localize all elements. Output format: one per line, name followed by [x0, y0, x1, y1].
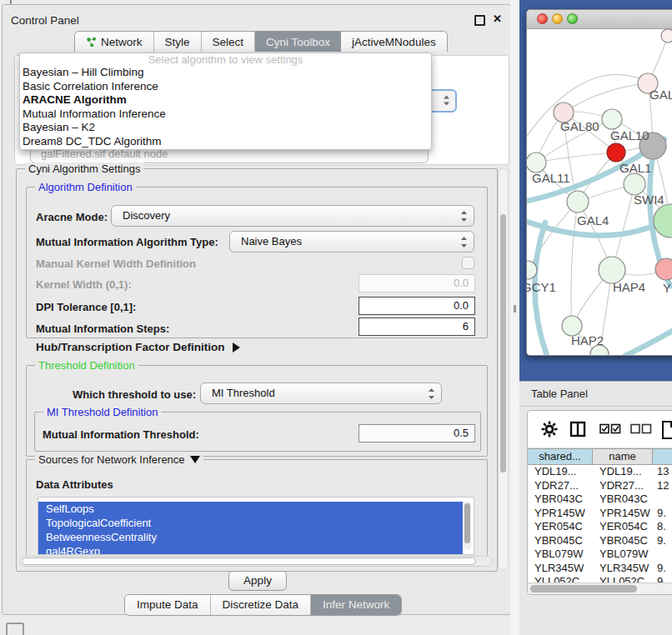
- list-vertical-scrollbar[interactable]: [464, 502, 471, 550]
- table-row[interactable]: YLR345WYLR345W9.: [528, 562, 672, 576]
- minimize-traffic-light-icon[interactable]: [552, 13, 563, 24]
- dropdown-item[interactable]: Bayesian – Hill Climbing: [20, 66, 431, 80]
- hub-tf-disclosure[interactable]: Hub/Transcription Factor Definition: [36, 341, 240, 353]
- cell[interactable]: YER054C: [593, 520, 653, 534]
- panel-splitter[interactable]: [510, 0, 519, 635]
- table-horizontal-scrollbar[interactable]: [528, 582, 672, 594]
- cell[interactable]: YPR145W: [593, 507, 653, 521]
- network-node[interactable]: [661, 29, 672, 42]
- table-row[interactable]: YBL079WYBL079W: [528, 548, 672, 562]
- cell[interactable]: YLR345W: [593, 562, 653, 576]
- scrollbar-thumb[interactable]: [530, 585, 637, 592]
- cell[interactable]: 12: [653, 479, 672, 493]
- settings-vertical-scrollbar[interactable]: [498, 168, 509, 570]
- dropdown-item[interactable]: Bayesian – K2: [20, 121, 431, 135]
- table-row[interactable]: YBR043CYBR043C: [528, 492, 672, 507]
- tab-discretize-data[interactable]: Discretize Data: [211, 595, 312, 615]
- splitter-handle-icon[interactable]: [514, 305, 516, 312]
- network-canvas[interactable]: GAL GAL80 GAL10 GAL1 GAL11 SWI4 GAL4 GCY…: [527, 29, 672, 355]
- tab-infer-network[interactable]: Infer Network: [311, 595, 401, 615]
- network-node[interactable]: [602, 109, 622, 129]
- tab-select[interactable]: Select: [202, 32, 256, 52]
- scrollbar-thumb[interactable]: [500, 214, 506, 472]
- cell[interactable]: YDR27...: [593, 479, 653, 493]
- network-node[interactable]: [527, 152, 546, 172]
- apply-button[interactable]: Apply: [228, 571, 287, 591]
- cell[interactable]: YLR345W: [528, 562, 593, 576]
- tab-jactivemnodules[interactable]: jActiveMNodules: [341, 32, 447, 52]
- tab-style[interactable]: Style: [154, 32, 202, 52]
- which-threshold-combobox[interactable]: MI Threshold: [200, 382, 442, 404]
- dpi-tolerance-field[interactable]: 0.0: [359, 297, 475, 315]
- deselect-all-checkboxes-icon[interactable]: [630, 423, 652, 434]
- settings-gear-icon[interactable]: [541, 421, 558, 438]
- attribute-item-selected[interactable]: SelfLoops: [38, 502, 463, 516]
- cell[interactable]: YBR043C: [528, 492, 593, 507]
- cell[interactable]: [653, 548, 672, 562]
- cell[interactable]: 13: [653, 465, 672, 479]
- file-icon[interactable]: [661, 421, 672, 439]
- cell[interactable]: YBR043C: [593, 492, 653, 507]
- sources-disclosure[interactable]: Sources for Network Inference: [35, 453, 203, 466]
- tab-cyni-toolbox[interactable]: Cyni Toolbox: [255, 32, 341, 52]
- cell[interactable]: YPR145W: [528, 507, 593, 521]
- cell[interactable]: 9.: [653, 507, 672, 521]
- cell[interactable]: YBR045C: [593, 534, 653, 548]
- kernel-width-label: Kernel Width (0,1):: [36, 278, 132, 291]
- cell[interactable]: 8.: [653, 520, 672, 534]
- cell[interactable]: 9.: [653, 562, 672, 576]
- select-all-checkboxes-icon[interactable]: [599, 423, 621, 434]
- cell[interactable]: YLL052C: [528, 575, 593, 582]
- mi-steps-field[interactable]: 6: [359, 318, 475, 336]
- float-window-icon[interactable]: [474, 15, 485, 26]
- network-node-selected[interactable]: [607, 143, 625, 162]
- cell[interactable]: YDR27...: [528, 479, 593, 493]
- minimized-panel-icon[interactable]: [6, 622, 24, 635]
- dropdown-item[interactable]: Basic Correlation Inference: [20, 80, 431, 94]
- cell[interactable]: 9.: [653, 534, 672, 548]
- cell[interactable]: YDL19...: [593, 465, 653, 479]
- network-window-titlebar[interactable]: [527, 10, 672, 29]
- attribute-item-selected[interactable]: gal4RGexp: [38, 544, 463, 555]
- dropdown-item-selected[interactable]: ARACNE Algorithm: [20, 93, 431, 108]
- node-label: SWI4: [634, 192, 664, 207]
- scrollbar-thumb[interactable]: [22, 558, 476, 565]
- table-row[interactable]: YER054CYER054C8.: [528, 520, 672, 534]
- column-header-name[interactable]: name: [593, 449, 653, 464]
- scrollbar-thumb[interactable]: [464, 503, 470, 543]
- close-icon[interactable]: ✕: [493, 12, 502, 25]
- network-node[interactable]: [655, 258, 672, 280]
- cell[interactable]: YLL052C: [593, 575, 653, 582]
- mi-type-combobox[interactable]: Naive Bayes: [229, 231, 474, 252]
- cell[interactable]: YDL19...: [528, 465, 593, 479]
- kernel-width-field[interactable]: 0.0: [359, 274, 475, 292]
- close-traffic-light-icon[interactable]: [537, 13, 548, 24]
- mi-threshold-field[interactable]: 0.5: [359, 424, 475, 442]
- network-node[interactable]: [567, 191, 589, 212]
- column-layout-icon[interactable]: [569, 421, 586, 438]
- cell[interactable]: YER054C: [528, 520, 593, 534]
- cell[interactable]: [653, 492, 672, 507]
- dropdown-item[interactable]: Mutual Information Inference: [20, 108, 431, 122]
- cell[interactable]: YBR045C: [528, 534, 593, 548]
- cell[interactable]: YBL079W: [593, 548, 653, 562]
- column-header-partial[interactable]: [653, 449, 672, 464]
- attribute-item-selected[interactable]: TopologicalCoefficient: [38, 516, 463, 530]
- aracne-mode-combobox[interactable]: Discovery: [111, 205, 474, 227]
- tab-impute-data[interactable]: Impute Data: [125, 595, 211, 615]
- cell[interactable]: YBL079W: [528, 548, 593, 562]
- dropdown-item[interactable]: Dream8 DC_TDC Algorithm: [20, 135, 431, 149]
- network-node[interactable]: [654, 204, 672, 238]
- table-row[interactable]: YPR145WYPR145W9.: [528, 507, 672, 521]
- tab-network[interactable]: Network: [75, 32, 154, 52]
- settings-horizontal-scrollbar[interactable]: [19, 556, 493, 567]
- attribute-item-selected[interactable]: BetweennessCentrality: [38, 530, 463, 544]
- manual-kernel-checkbox[interactable]: [462, 257, 474, 269]
- cell[interactable]: 9: [653, 575, 672, 582]
- table-row[interactable]: YDR27...YDR27...12: [528, 479, 672, 493]
- zoom-traffic-light-icon[interactable]: [567, 13, 578, 24]
- table-row[interactable]: YLL052CYLL052C9: [528, 575, 672, 582]
- column-header-shared-name[interactable]: shared...: [528, 449, 593, 464]
- table-row[interactable]: YDL19...YDL19...13: [528, 465, 672, 479]
- table-row[interactable]: YBR045CYBR045C9.: [528, 534, 672, 548]
